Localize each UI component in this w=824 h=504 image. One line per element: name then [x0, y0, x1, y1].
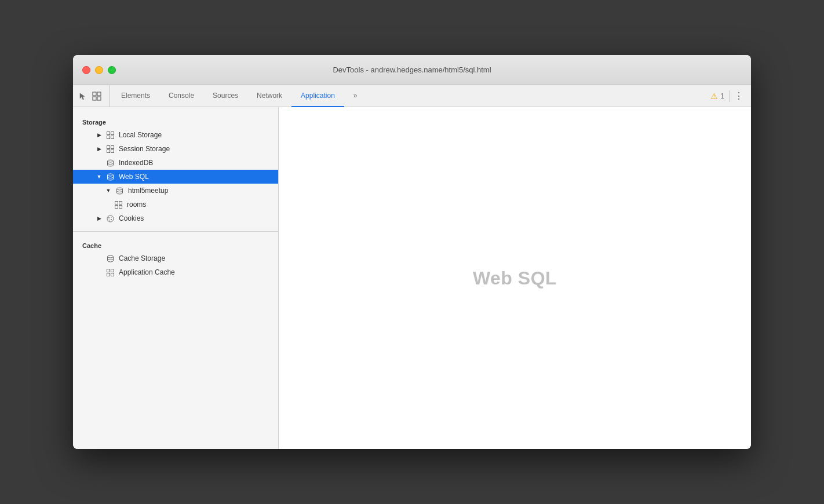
inspect-icon[interactable] [92, 91, 102, 101]
tab-bar: Elements Console Sources Network Applica… [73, 85, 751, 107]
cache-section-header: Cache [73, 238, 278, 251]
more-options-button[interactable]: ⋮ [734, 90, 744, 101]
storage-section-header: Storage [73, 114, 278, 128]
svg-rect-27 [107, 273, 110, 276]
sidebar: Storage ▶ Local Storage ▶ [73, 107, 279, 449]
tab-network[interactable]: Network [247, 85, 291, 107]
svg-point-23 [109, 220, 110, 220]
title-bar: DevTools - andrew.hedges.name/html5/sql.… [73, 55, 751, 85]
cookie-icon [107, 215, 114, 222]
local-storage-label: Local Storage [119, 131, 162, 139]
svg-rect-17 [115, 205, 118, 208]
chevron-down-icon: ▼ [105, 188, 111, 193]
indexeddb-label: IndexedDB [119, 159, 153, 167]
tab-console[interactable]: Console [159, 85, 203, 107]
svg-rect-4 [107, 132, 110, 134]
db-icon [107, 255, 114, 262]
svg-point-20 [108, 217, 110, 218]
svg-rect-6 [107, 136, 110, 138]
sidebar-item-html5meetup[interactable]: ▼ html5meetup [73, 184, 278, 198]
svg-rect-18 [119, 205, 122, 208]
sidebar-item-cache-storage[interactable]: ▶ Cache Storage [73, 251, 278, 265]
svg-rect-7 [111, 136, 114, 138]
maximize-button[interactable] [108, 66, 116, 74]
tab-application[interactable]: Application [291, 85, 344, 107]
sidebar-item-session-storage[interactable]: ▶ Session Storage [73, 142, 278, 156]
svg-point-19 [107, 216, 114, 222]
devtools-icon-group [78, 85, 110, 107]
db-icon-active [107, 173, 114, 181]
svg-rect-5 [111, 132, 114, 134]
web-sql-label: Web SQL [119, 173, 149, 181]
tab-sources[interactable]: Sources [203, 85, 247, 107]
chevron-down-icon: ▼ [96, 174, 102, 180]
divider [729, 90, 730, 102]
svg-rect-0 [93, 92, 96, 96]
svg-rect-10 [107, 149, 110, 152]
svg-rect-26 [111, 269, 114, 272]
cookies-label: Cookies [119, 214, 144, 222]
sidebar-item-rooms[interactable]: rooms [73, 198, 278, 211]
content-placeholder: Web SQL [473, 268, 557, 289]
grid-icon [115, 201, 122, 209]
grid-icon [107, 269, 114, 276]
session-storage-label: Session Storage [119, 145, 170, 153]
cache-storage-label: Cache Storage [119, 254, 165, 262]
svg-rect-16 [119, 201, 122, 204]
svg-point-21 [111, 217, 112, 218]
warning-badge[interactable]: ⚠ 1 [710, 92, 724, 101]
cursor-icon[interactable] [78, 91, 88, 101]
svg-rect-1 [97, 92, 101, 96]
grid-icon [107, 132, 114, 139]
svg-rect-8 [107, 145, 110, 148]
sidebar-item-local-storage[interactable]: ▶ Local Storage [73, 128, 278, 142]
sidebar-item-application-cache[interactable]: ▶ Application Cache [73, 265, 278, 279]
tab-bar-right: ⚠ 1 ⋮ [710, 85, 751, 107]
html5meetup-label: html5meetup [128, 187, 168, 195]
svg-point-13 [108, 174, 114, 176]
svg-point-14 [117, 188, 123, 190]
close-button[interactable] [82, 66, 90, 74]
sidebar-item-cookies[interactable]: ▶ Cookies [73, 211, 278, 225]
svg-rect-28 [111, 273, 114, 276]
svg-rect-3 [97, 97, 101, 100]
svg-point-12 [108, 160, 114, 162]
traffic-lights [82, 66, 116, 74]
svg-rect-11 [111, 149, 114, 152]
warning-count: 1 [720, 92, 724, 100]
chevron-right-icon: ▶ [96, 216, 102, 221]
db-icon [116, 187, 123, 195]
svg-rect-15 [115, 201, 118, 204]
tab-elements[interactable]: Elements [112, 85, 159, 107]
warning-icon: ⚠ [710, 92, 718, 101]
db-icon [107, 159, 114, 167]
svg-rect-25 [107, 269, 110, 272]
svg-rect-2 [93, 97, 96, 100]
sidebar-item-indexeddb[interactable]: ▶ IndexedDB [73, 156, 278, 170]
main-content: Storage ▶ Local Storage ▶ [73, 107, 751, 449]
sidebar-item-web-sql[interactable]: ▼ Web SQL [73, 170, 278, 184]
sidebar-divider [73, 231, 278, 232]
grid-icon [107, 145, 114, 153]
svg-rect-9 [111, 145, 114, 148]
content-panel: Web SQL [279, 107, 751, 449]
chevron-right-icon: ▶ [96, 132, 102, 138]
window-title: DevTools - andrew.hedges.name/html5/sql.… [333, 65, 491, 74]
svg-point-22 [111, 219, 112, 220]
chevron-right-icon: ▶ [96, 146, 102, 152]
application-cache-label: Application Cache [119, 268, 175, 276]
minimize-button[interactable] [95, 66, 103, 74]
rooms-label: rooms [127, 200, 146, 209]
tab-more[interactable]: » [344, 85, 367, 107]
svg-point-24 [108, 255, 114, 258]
devtools-window: DevTools - andrew.hedges.name/html5/sql.… [73, 55, 751, 449]
